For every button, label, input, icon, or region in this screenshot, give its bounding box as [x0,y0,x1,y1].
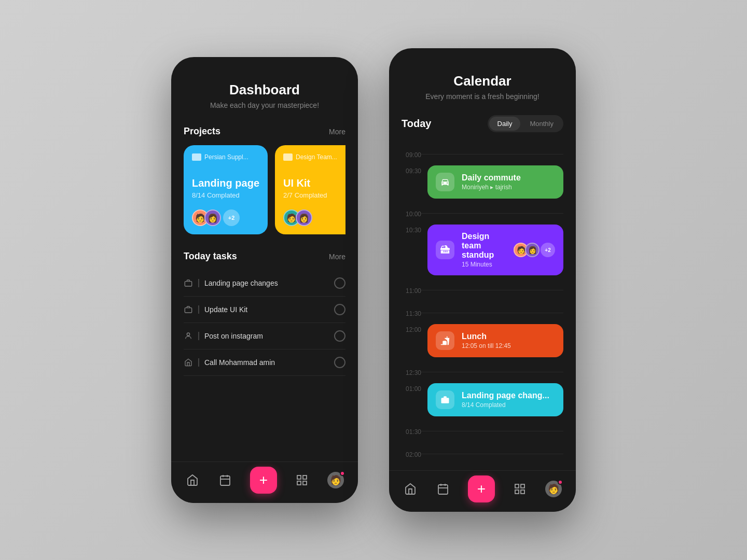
timeline-line-1000 [421,213,563,214]
time-label-1200: 12:00 [402,324,421,333]
time-slot-1230: 12:30 [402,360,563,383]
event-info-landing: Landing page chang... 8/14 Complated [462,391,555,409]
project-card-header-1: Persian Suppl... [192,153,259,161]
svg-rect-0 [185,282,191,286]
task-label-1: Update UI Kit [204,305,329,314]
briefcase-icon-landing [436,390,454,409]
task-checkbox-1[interactable] [334,304,345,315]
time-slot-1000: 10:00 [402,202,563,225]
cal-notification-dot [558,480,563,485]
event-avatar-count: +2 [541,243,555,257]
calendar-subtitle: Every moment is a fresh beginning! [402,92,563,101]
svg-rect-11 [441,398,449,403]
event-sub-commute: Moniriyeh ▸ tajrish [462,184,555,191]
dashboard-phone: Dashboard Make each day your masterpiece… [171,57,358,503]
project-card-uikit[interactable]: Design Team... UI Kit 2/7 Complated 🧑 👩 [275,145,345,234]
project-avatars-1: 🧑 👩 +2 [192,209,259,226]
nav-home-icon[interactable] [185,473,200,487]
event-info-lunch: Lunch 12:05 on till 12:45 [462,332,555,349]
tasks-section-header: Today tasks More [184,251,345,262]
avatar-count-1: +2 [223,209,240,226]
projects-section-header: Projects More [184,126,345,137]
dashboard-bottom-nav: + 🧑 [171,461,358,503]
today-label: Today [402,118,431,130]
task-item-2[interactable]: Post on instagram [184,323,345,349]
event-row-lunch: 12:00 Lunch 12:05 on till 12:45 [402,324,563,358]
event-title-landing: Landing page chang... [462,391,555,400]
svg-rect-19 [521,490,524,494]
svg-rect-1 [185,308,191,313]
svg-point-2 [187,333,189,335]
toggle-daily[interactable]: Daily [489,117,521,131]
tasks-label: Today tasks [184,251,237,262]
nav-profile-wrap[interactable]: 🧑 [327,472,344,488]
time-slot-1100: 11:00 [402,278,563,301]
svg-rect-16 [515,484,519,488]
project-progress-2: 2/7 Complated [283,191,345,199]
cal-nav-calendar-icon[interactable] [436,482,450,496]
projects-more[interactable]: More [329,128,345,136]
event-sub-lunch: 12:05 on till 12:45 [462,342,555,349]
event-card-commute[interactable]: Daily commute Moniriyeh ▸ tajrish [427,165,563,199]
event-title-commute: Daily commute [462,173,555,183]
event-row-standup: 10:30 Design team standup 15 Minutes 🧑 👩… [402,225,563,276]
task-icon-home-3 [184,358,193,367]
cal-nav-grid-icon[interactable] [513,482,527,496]
event-card-lunch[interactable]: Lunch 12:05 on till 12:45 [427,324,563,357]
project-name-1: Persian Suppl... [204,153,248,161]
notification-dot [340,471,345,476]
event-card-standup[interactable]: Design team standup 15 Minutes 🧑 👩 +2 [427,225,563,275]
event-info-standup: Design team standup 15 Minutes [462,232,506,268]
calendar-title: Calendar [402,73,563,89]
svg-rect-10 [303,481,307,485]
time-slot-0130: 01:30 [402,419,563,442]
briefcase-icon-2 [283,153,293,161]
svg-rect-18 [515,490,519,494]
dashboard-subtitle: Make each day your masterpiece! [184,101,345,109]
task-divider-3 [198,358,199,367]
project-card-header-2: Design Team... [283,153,345,161]
time-label-1230: 12:30 [402,367,421,376]
task-checkbox-2[interactable] [334,330,345,342]
calendar-phone: Calendar Every moment is a fresh beginni… [389,48,576,512]
event-sub-landing: 8/14 Complated [462,401,555,409]
tasks-list: Landing page changes Update UI Kit Post … [184,270,345,376]
event-sub-standup: 15 Minutes [462,261,506,268]
calendar-bottom-nav: + 🧑 [389,470,576,512]
timeline-line-1130 [421,313,563,313]
time-slot-0900: 09:00 [402,143,563,165]
projects-label: Projects [184,126,220,137]
task-item-3[interactable]: Call Mohammad amin [184,349,345,376]
event-title-standup: Design team standup [462,232,506,260]
event-card-landing[interactable]: Landing page chang... 8/14 Complated [427,383,563,416]
cal-nav-add-button[interactable]: + [468,475,495,502]
task-icon-briefcase-0 [184,278,193,288]
timeline-line-0130 [421,431,563,431]
cal-nav-home-icon[interactable] [403,482,418,496]
cal-nav-profile-wrap[interactable]: 🧑 [545,481,562,497]
svg-rect-7 [297,475,301,479]
task-checkbox-3[interactable] [334,357,345,368]
task-divider-2 [198,332,199,340]
time-label-1100: 11:00 [402,285,421,295]
svg-rect-3 [220,476,230,485]
time-label-0930: 09:30 [402,165,421,175]
toggle-monthly[interactable]: Monthly [521,117,562,131]
time-label-0130: 01:30 [402,426,421,436]
event-avatar-2: 👩 [525,243,540,257]
time-label-0100: 01:00 [402,383,421,393]
task-item-1[interactable]: Update UI Kit [184,297,345,323]
tasks-more[interactable]: More [329,253,345,261]
task-checkbox-0[interactable] [334,277,345,289]
task-label-3: Call Mohammad amin [204,358,329,367]
time-label-1000: 10:00 [402,208,421,218]
task-item-0[interactable]: Landing page changes [184,270,345,297]
nav-add-button[interactable]: + [250,467,277,494]
nav-grid-icon[interactable] [295,473,309,487]
nav-calendar-icon[interactable] [218,473,232,487]
calendar-header: Today Daily Monthly [402,115,563,132]
time-slot-0200: 02:00 [402,442,563,465]
briefcase-icon-1 [192,153,201,161]
project-card-landing[interactable]: Persian Suppl... Landing page 8/14 Compl… [184,145,268,234]
event-row-landing: 01:00 Landing page chang... 8/14 Complat… [402,383,563,417]
